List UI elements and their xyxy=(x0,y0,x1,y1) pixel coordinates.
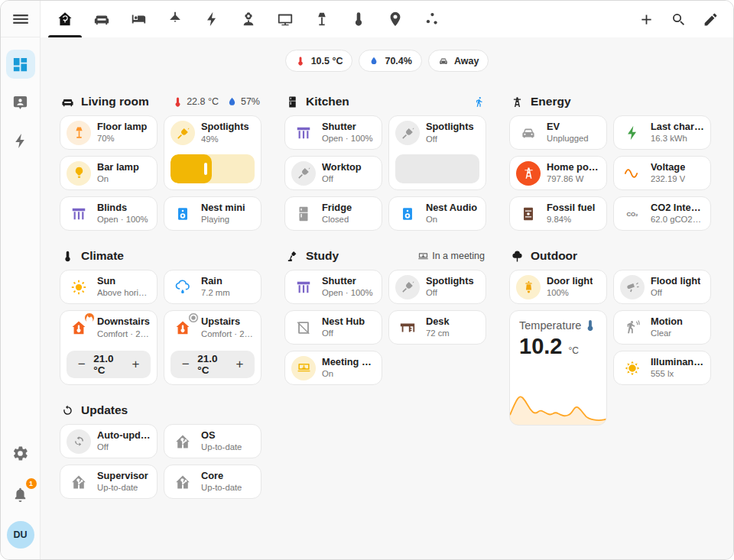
last-charge-card[interactable]: Last charge16.3 kWh xyxy=(613,115,711,150)
sun-button[interactable] xyxy=(67,275,91,299)
tab-home-tab[interactable] xyxy=(47,1,83,37)
spotlights-card[interactable]: SpotlightsOff xyxy=(388,115,486,190)
decrease-button[interactable]: − xyxy=(174,352,197,377)
increase-button[interactable]: + xyxy=(124,352,148,377)
flash-button[interactable] xyxy=(620,121,645,145)
nest-hub-card[interactable]: Nest HubOff xyxy=(284,310,382,345)
brightness-slider[interactable] xyxy=(395,154,479,183)
barrel-button[interactable] xyxy=(516,202,541,226)
co2-button[interactable]: CO₂ xyxy=(620,202,645,226)
notifications-button[interactable]: 1 xyxy=(6,480,35,509)
edit-button[interactable] xyxy=(695,4,726,34)
co2-intensity-card[interactable]: CO₂CO2 Intensity62.0 gCO2eq/… xyxy=(613,196,711,231)
window-shutter-button[interactable] xyxy=(67,202,91,226)
house-thermometer-button[interactable] xyxy=(67,316,91,340)
tab-floor-lamp[interactable] xyxy=(304,1,340,37)
settings-button[interactable] xyxy=(6,439,35,468)
ha-logo-button[interactable] xyxy=(171,429,195,454)
menu-button[interactable] xyxy=(11,9,31,29)
floodlight-button[interactable] xyxy=(620,275,645,299)
tab-ceiling-light[interactable] xyxy=(157,1,193,37)
flood-light-card[interactable]: Flood lightOff xyxy=(613,270,711,304)
blinds-card[interactable]: BlindsOpen · 100% xyxy=(60,196,158,231)
spotlights-card[interactable]: Spotlights49% xyxy=(164,115,261,190)
tab-flower[interactable] xyxy=(230,1,267,37)
fridge-card[interactable]: FridgeClosed xyxy=(284,196,382,231)
brightness-slider[interactable] xyxy=(171,154,255,183)
tab-bed[interactable] xyxy=(120,1,157,37)
voltage-card[interactable]: Voltage232.19 V xyxy=(613,156,711,190)
bulb-button[interactable] xyxy=(67,161,91,186)
rain-card[interactable]: Rain7.2 mm xyxy=(164,270,261,304)
auto-update-card[interactable]: Auto-updateOff xyxy=(60,424,158,458)
fridge-button[interactable] xyxy=(291,202,316,226)
window-shutter-button[interactable] xyxy=(291,121,316,145)
meeting-mo-card[interactable]: Meeting mo…On xyxy=(284,351,382,385)
sidebar-item-dashboard[interactable] xyxy=(6,50,35,79)
window-shutter-button[interactable] xyxy=(291,275,316,299)
add-button[interactable] xyxy=(631,4,661,34)
ha-logo-button[interactable] xyxy=(171,470,195,494)
speaker-button[interactable] xyxy=(395,202,420,226)
card-name: Illuminance xyxy=(651,356,704,369)
ceiling-spot-button[interactable] xyxy=(291,161,316,186)
nest-mini-card[interactable]: Nest miniPlaying xyxy=(164,196,261,231)
tablet-off-button[interactable] xyxy=(291,316,316,340)
shutter-card[interactable]: ShutterOpen · 100% xyxy=(284,115,382,150)
speaker-button[interactable] xyxy=(171,202,195,226)
slider-handle[interactable] xyxy=(204,163,207,175)
ceiling-spot-button[interactable] xyxy=(171,121,195,145)
sine-wave-button[interactable] xyxy=(620,161,645,186)
ceiling-spot-button[interactable] xyxy=(395,121,420,145)
desk-card[interactable]: Desk72 cm xyxy=(388,310,486,345)
chip-presence[interactable]: Away xyxy=(428,50,489,72)
ev-card[interactable]: EVUnplugged xyxy=(509,115,607,150)
floor-lamp-button[interactable] xyxy=(67,121,91,145)
nest-audio-card[interactable]: Nest AudioOn xyxy=(388,196,486,231)
motion-sensor-button[interactable] xyxy=(620,316,645,340)
card-state: Off xyxy=(651,287,700,299)
motion-card[interactable]: MotionClear xyxy=(613,310,711,345)
sidebar-item-energy[interactable] xyxy=(6,126,35,155)
fossil-fuel-card[interactable]: Fossil fuel9.84% xyxy=(509,196,607,231)
transmission-tower-button[interactable] xyxy=(516,161,541,186)
core-card[interactable]: CoreUp-to-date xyxy=(164,465,261,499)
tab-thermometer[interactable] xyxy=(340,1,377,37)
temperature-graph-card[interactable]: Temperature10.2 °C xyxy=(509,310,607,426)
tab-sofa[interactable] xyxy=(83,1,120,37)
tab-scatter-plot[interactable] xyxy=(414,1,450,37)
illuminance-card[interactable]: Illuminance555 lx xyxy=(613,351,711,385)
supervisor-card[interactable]: SupervisorUp-to-date xyxy=(60,465,158,499)
user-avatar[interactable]: DU xyxy=(7,521,34,549)
chip-temperature[interactable]: 10.5 °C xyxy=(285,50,353,72)
shutter-card[interactable]: ShutterOpen · 100% xyxy=(284,270,382,304)
increase-button[interactable]: + xyxy=(228,352,252,377)
weather-rainy-button[interactable] xyxy=(171,275,195,299)
spotlights-card[interactable]: SpotlightsOff xyxy=(388,270,486,304)
door-light-card[interactable]: Door light100% xyxy=(509,270,607,304)
desk-button[interactable] xyxy=(395,316,420,340)
laptop-account-button[interactable] xyxy=(291,356,316,380)
auto-update-button[interactable] xyxy=(67,429,91,454)
tab-map-marker[interactable] xyxy=(377,1,414,37)
wall-light-button[interactable] xyxy=(516,275,541,299)
house-thermometer-button[interactable] xyxy=(171,316,195,340)
sidebar-item-assist[interactable] xyxy=(6,88,35,117)
sun-card[interactable]: SunAbove horizon xyxy=(60,270,158,304)
worktop-card[interactable]: WorktopOff xyxy=(284,156,382,190)
home-power-card[interactable]: Home power797.86 W xyxy=(509,156,607,190)
floor-lamp-card[interactable]: Floor lamp70% xyxy=(60,115,158,150)
tab-television[interactable] xyxy=(267,1,304,37)
ha-logo-button[interactable] xyxy=(67,470,91,494)
search-button[interactable] xyxy=(663,4,693,34)
tab-flash[interactable] xyxy=(193,1,230,37)
os-card[interactable]: OSUp-to-date xyxy=(164,424,261,458)
ceiling-spot-button[interactable] xyxy=(395,275,420,299)
upstairs-card[interactable]: UpstairsComfort · 21.…−21.0 °C+ xyxy=(164,310,261,385)
car-button[interactable] xyxy=(516,121,541,145)
decrease-button[interactable]: − xyxy=(70,352,93,377)
downstairs-card[interactable]: DownstairsComfort · 20.…−21.0 °C+ xyxy=(60,310,158,385)
bar-lamp-card[interactable]: Bar lampOn xyxy=(60,156,158,190)
chip-humidity[interactable]: 70.4% xyxy=(359,50,421,72)
brightness-button[interactable] xyxy=(620,356,645,380)
